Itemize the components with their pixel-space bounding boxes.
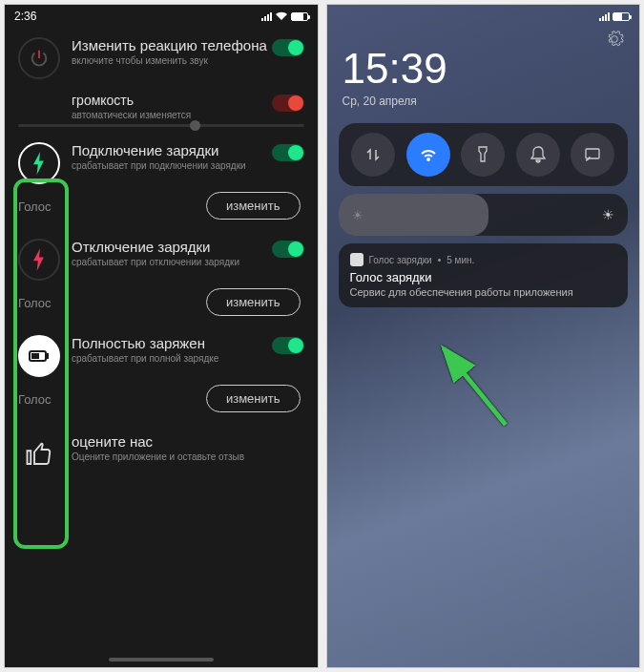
notification-shade: 15:39 Ср, 20 апреля ☀ ☀ Голос зарядки • … xyxy=(326,4,641,668)
volume-sub: автоматически изменяется xyxy=(72,110,272,120)
qs-cast-icon[interactable] xyxy=(571,133,614,177)
home-indicator[interactable] xyxy=(109,658,214,662)
bolt-green-icon xyxy=(18,142,60,184)
reaction-row: Изменить реакцию телефона включите чтобы… xyxy=(5,28,318,89)
event-title: Полностью заряжен xyxy=(72,335,272,351)
signal-icon xyxy=(261,12,272,21)
qs-dnd-icon[interactable] xyxy=(516,133,560,177)
notif-title: Голос зарядки xyxy=(350,270,617,284)
voice-label: Голос xyxy=(18,392,52,407)
settings-gear-icon[interactable] xyxy=(605,30,624,53)
signal-icon xyxy=(599,12,610,21)
charge-disconnect-row: Отключение зарядки срабатывает при отклю… xyxy=(5,225,318,290)
change-button[interactable]: изменить xyxy=(206,288,301,316)
bolt-red-icon xyxy=(18,239,60,281)
reaction-toggle[interactable] xyxy=(272,39,304,56)
shade-clock: 15:39 xyxy=(327,28,640,93)
event-title: Отключение зарядки xyxy=(72,239,272,255)
charge-connect-row: Подключение зарядки срабатывает при подк… xyxy=(5,127,318,194)
qs-wifi-icon[interactable] xyxy=(406,133,450,177)
change-button[interactable]: изменить xyxy=(206,385,301,412)
status-bar: 2:36 xyxy=(5,5,318,28)
notif-body: Сервис для обеспечения работы приложения xyxy=(350,286,617,298)
shade-date: Ср, 20 апреля xyxy=(327,93,640,119)
qs-flashlight-icon[interactable] xyxy=(461,133,505,177)
event-toggle[interactable] xyxy=(272,337,304,354)
voice-label: Голос xyxy=(18,296,52,310)
notif-time: 5 мин. xyxy=(447,255,474,265)
reaction-sub: включите чтобы изменить звук xyxy=(72,55,272,66)
brightness-slider[interactable]: ☀ ☀ xyxy=(339,194,629,236)
change-button[interactable]: изменить xyxy=(206,192,301,220)
quick-settings xyxy=(339,123,629,186)
status-time: 2:36 xyxy=(14,10,36,23)
event-toggle[interactable] xyxy=(272,241,304,258)
event-sub: срабатывает при подключении зарядки xyxy=(72,160,272,171)
thumbs-up-icon xyxy=(18,433,60,475)
event-sub: срабатывает при полной зарядке xyxy=(72,353,272,364)
volume-toggle[interactable] xyxy=(272,94,304,112)
wifi-icon xyxy=(275,11,288,21)
battery-icon xyxy=(613,12,630,21)
svg-rect-1 xyxy=(47,353,49,359)
battery-icon xyxy=(291,12,308,21)
app-settings-screen: 2:36 Изменить реакцию телефона включите … xyxy=(4,4,319,668)
notif-app-icon xyxy=(350,253,364,266)
svg-rect-2 xyxy=(31,353,39,359)
full-charge-row: Полностью заряжен срабатывает при полной… xyxy=(5,322,318,387)
sun-bright-icon: ☀ xyxy=(602,207,614,222)
rate-row[interactable]: оцените нас Оцените приложение и оставьт… xyxy=(5,418,318,485)
notif-app-name: Голос зарядки xyxy=(369,255,432,265)
qs-data-icon[interactable] xyxy=(351,133,395,177)
volume-row: громкость автоматически изменяется xyxy=(5,89,318,124)
svg-rect-3 xyxy=(586,149,599,158)
sun-dim-icon: ☀ xyxy=(352,208,364,222)
battery-full-icon xyxy=(18,335,60,377)
event-title: Подключение зарядки xyxy=(72,142,272,158)
voice-label: Голос xyxy=(18,200,52,214)
status-bar xyxy=(327,5,640,28)
reaction-title: Изменить реакцию телефона xyxy=(72,37,272,53)
event-toggle[interactable] xyxy=(272,144,304,161)
notification-card[interactable]: Голос зарядки • 5 мин. Голос зарядки Сер… xyxy=(339,243,629,307)
event-sub: срабатывает при отключении зарядки xyxy=(72,257,272,267)
rate-sub: Оцените приложение и оставьте отзыв xyxy=(72,452,304,462)
power-icon xyxy=(18,37,60,79)
rate-title: оцените нас xyxy=(72,433,304,450)
volume-title: громкость xyxy=(72,93,272,108)
